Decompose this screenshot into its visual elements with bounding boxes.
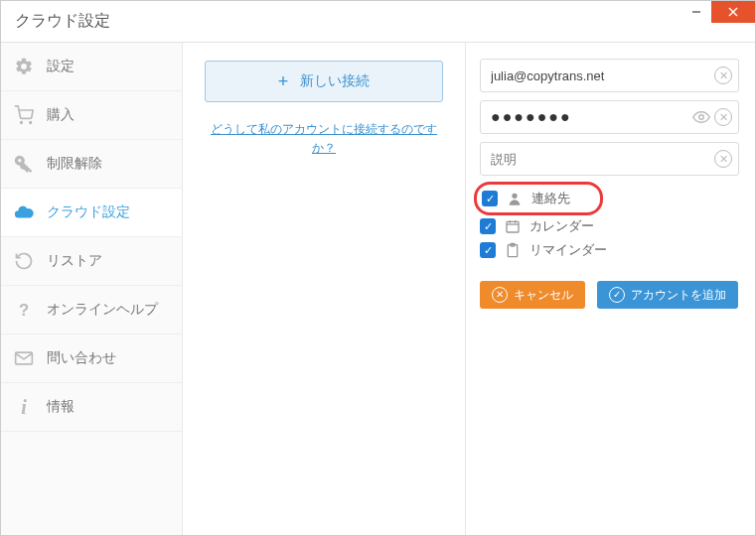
show-password-icon[interactable]	[692, 108, 710, 126]
svg-text:?: ?	[19, 301, 29, 320]
clear-password-icon[interactable]: ✕	[714, 108, 732, 126]
svg-point-3	[21, 122, 23, 124]
window-title: クラウド設定	[1, 1, 681, 32]
password-input[interactable]: ●●●●●●●	[491, 108, 688, 126]
cancel-icon: ✕	[492, 287, 508, 303]
form-buttons: ✕ キャンセル ✓ アカウントを追加	[480, 281, 739, 309]
sidebar-item-label: オンラインヘルプ	[47, 301, 170, 319]
sidebar-item-purchase[interactable]: 購入	[1, 91, 182, 140]
clear-email-icon[interactable]: ✕	[714, 67, 732, 84]
account-form-panel: ✕ ●●●●●●● ✕ ✕ ✓ 連絡先	[466, 43, 755, 535]
restore-icon	[13, 250, 35, 272]
sidebar-item-label: 問い合わせ	[47, 349, 170, 367]
svg-point-7	[699, 115, 704, 120]
calendar-checkbox[interactable]: ✓	[480, 218, 496, 234]
add-account-button[interactable]: ✓ アカウントを追加	[597, 281, 738, 309]
email-field-wrap: ✕	[480, 59, 739, 92]
window-buttons	[681, 1, 755, 23]
mail-icon	[13, 347, 35, 369]
sidebar-item-info[interactable]: i 情報	[1, 383, 182, 432]
description-input[interactable]	[491, 152, 710, 167]
svg-point-8	[512, 194, 517, 199]
svg-point-4	[30, 122, 32, 124]
cart-icon	[13, 104, 35, 126]
minimize-button[interactable]	[681, 1, 711, 23]
new-connection-button[interactable]: + 新しい接続	[205, 61, 443, 102]
calendar-icon	[504, 217, 522, 235]
option-reminders-row: ✓ リマインダー	[480, 241, 739, 259]
info-icon: i	[13, 396, 35, 418]
sidebar-item-restore[interactable]: リストア	[1, 237, 182, 286]
gear-icon	[13, 56, 35, 77]
middle-panel: + 新しい接続 どうして私のアカウントに接続するのですか？	[183, 43, 466, 535]
sidebar-item-unlock[interactable]: 制限解除	[1, 140, 182, 189]
sidebar-item-label: 制限解除	[47, 155, 170, 173]
cancel-label: キャンセル	[514, 287, 573, 304]
titlebar: クラウド設定	[1, 1, 755, 43]
cloud-icon	[13, 201, 35, 223]
check-icon: ✓	[609, 287, 625, 303]
email-input[interactable]	[491, 68, 710, 83]
sidebar-item-contact[interactable]: 問い合わせ	[1, 335, 182, 383]
clear-description-icon[interactable]: ✕	[714, 150, 732, 168]
close-button[interactable]	[711, 1, 755, 23]
sidebar-item-label: 設定	[47, 58, 170, 75]
app-window: クラウド設定 設定 購入	[0, 0, 756, 536]
sidebar-item-label: クラウド設定	[47, 203, 170, 221]
clipboard-icon	[504, 241, 522, 259]
svg-rect-9	[507, 221, 519, 232]
sidebar-item-settings[interactable]: 設定	[1, 43, 182, 91]
person-icon	[506, 190, 524, 207]
question-icon: ?	[13, 299, 35, 321]
plus-icon: +	[278, 71, 289, 92]
password-field-wrap: ●●●●●●● ✕	[480, 100, 739, 134]
add-account-label: アカウントを追加	[631, 287, 726, 304]
sidebar: 設定 購入 制限解除 クラウド設定	[1, 43, 183, 535]
option-contacts-row: ✓ 連絡先	[480, 186, 739, 211]
sidebar-item-label: 購入	[47, 106, 170, 124]
sidebar-item-label: リストア	[47, 252, 170, 270]
calendar-label: カレンダー	[529, 217, 594, 235]
cancel-button[interactable]: ✕ キャンセル	[480, 281, 585, 309]
new-connection-label: 新しい接続	[300, 72, 370, 90]
sidebar-item-help[interactable]: ? オンラインヘルプ	[1, 286, 182, 335]
option-calendar-row: ✓ カレンダー	[480, 217, 739, 235]
window-body: 設定 購入 制限解除 クラウド設定	[1, 43, 755, 535]
help-link[interactable]: どうして私のアカウントに接続するのですか？	[201, 120, 447, 158]
description-field-wrap: ✕	[480, 142, 739, 176]
contacts-checkbox[interactable]: ✓	[482, 191, 498, 206]
key-icon	[13, 153, 35, 175]
reminders-checkbox[interactable]: ✓	[480, 242, 496, 258]
sync-options: ✓ 連絡先 ✓ カレンダー ✓	[480, 186, 739, 259]
sidebar-item-label: 情報	[47, 398, 170, 416]
reminders-label: リマインダー	[529, 241, 607, 259]
sidebar-item-cloud-settings[interactable]: クラウド設定	[1, 189, 182, 237]
contacts-label: 連絡先	[531, 190, 570, 207]
